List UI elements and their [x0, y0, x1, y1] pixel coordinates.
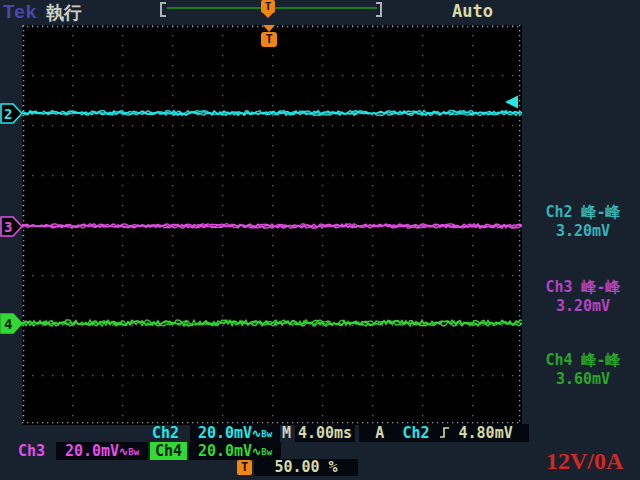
trigger-symbol: T [261, 32, 277, 47]
rising-edge-icon [439, 426, 450, 439]
trigger-readout: A Ch2 4.80mV [359, 424, 529, 442]
trigger-level-arrow-icon [505, 96, 518, 109]
channel-marker-ch3: 3 [0, 216, 23, 241]
measurement-ch3-pkpk: Ch3 峰-峰 3.20mV [528, 278, 638, 316]
ch3-label: Ch3 [18, 442, 45, 460]
ac-coupling-icon: ∿ [252, 427, 261, 440]
trigger-position-value: 50.00 % [254, 459, 358, 476]
oscilloscope-screen: Tek 執行 T Auto T 234 Ch2 峰-峰 3.20mV Ch3 峰… [0, 0, 640, 480]
measurement-label: Ch2 峰-峰 [528, 203, 638, 222]
channel-marker-ch4: 4 [0, 313, 23, 338]
measurement-ch4-pkpk: Ch4 峰-峰 3.60mV [528, 351, 638, 389]
trigger-position-icon: T [261, 0, 275, 13]
ch2-label: Ch2 [152, 424, 179, 442]
tek-logo: Tek [3, 1, 37, 23]
measurement-ch2-pkpk: Ch2 峰-峰 3.20mV [528, 203, 638, 241]
measurement-value: 3.60mV [528, 370, 638, 389]
top-status-bar: Tek 執行 T Auto [0, 0, 640, 24]
waveform-display: T [22, 25, 522, 425]
ac-coupling-icon: ∿ [252, 445, 261, 458]
measurement-value: 3.20mV [528, 297, 638, 316]
trigger-level-value: 4.80mV [459, 424, 513, 442]
record-view-left-bracket [160, 2, 166, 17]
bandwidth-limit-icon: Bw [128, 447, 139, 457]
ch4-label-selected: Ch4 [150, 442, 187, 460]
graticule-and-traces [22, 25, 522, 425]
run-status-label: 執行 [46, 1, 82, 25]
svg-text:4: 4 [4, 316, 12, 332]
ch3-scale-readout: 20.0mV∿Bw [56, 442, 148, 460]
readout-row-1: Ch2 20.0mV∿Bw M 4.00ms A Ch2 4.80mV [0, 424, 640, 442]
measurement-label: Ch3 峰-峰 [528, 278, 638, 297]
ch4-scale-readout: 20.0mV∿Bw [189, 442, 281, 460]
psu-setting-note: 12V/0A [546, 448, 640, 475]
bandwidth-limit-icon: Bw [261, 429, 272, 439]
main-timebase-label: M [282, 424, 291, 442]
channel-marker-ch2: 2 [0, 103, 23, 128]
measurement-label: Ch4 峰-峰 [528, 351, 638, 370]
measurement-value: 3.20mV [528, 222, 638, 241]
record-view-right-bracket [376, 2, 382, 17]
ch2-scale-readout: 20.0mV∿Bw [190, 424, 280, 442]
bandwidth-limit-icon: Bw [261, 447, 272, 457]
timebase-readout: 4.00ms [295, 424, 355, 442]
trigger-position-arrow-icon [263, 25, 275, 32]
acquisition-mode-label: Auto [452, 1, 493, 21]
trigger-position-icon-tail [263, 13, 273, 18]
svg-text:2: 2 [4, 106, 12, 122]
ac-coupling-icon: ∿ [119, 445, 128, 458]
svg-text:3: 3 [4, 219, 12, 235]
trigger-source-label: Ch2 [402, 424, 429, 442]
readout-row-3: T 50.00 % [0, 459, 640, 477]
trigger-a-label: A [375, 424, 384, 442]
trigger-position-symbol: T [237, 460, 252, 475]
